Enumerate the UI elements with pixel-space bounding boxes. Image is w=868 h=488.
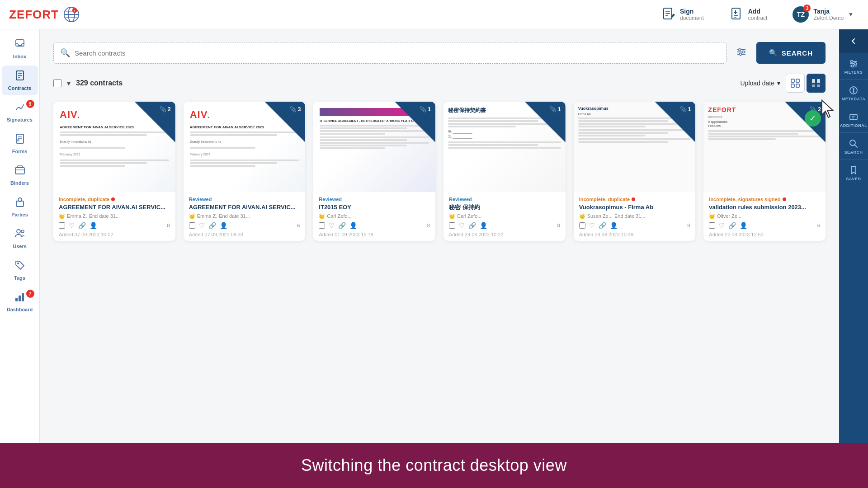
add-contract-button[interactable]: Add contract	[724, 4, 774, 25]
svg-rect-34	[22, 293, 24, 301]
sidebar-item-forms[interactable]: Forms	[2, 129, 38, 159]
binders-icon	[14, 165, 25, 178]
card-title: Vuokrasopimus - Firma Ab	[579, 204, 690, 211]
sort-button[interactable]: Upload date ▾	[740, 80, 780, 87]
svg-point-39	[742, 51, 744, 53]
card-status: Incomplete, duplicate	[59, 197, 170, 202]
sidebar-item-contracts[interactable]: Contracts	[2, 66, 38, 95]
sidebar-item-dashboard-label: Dashboard	[7, 307, 33, 312]
share-icon[interactable]: 👤	[220, 222, 227, 229]
attachment-count: 📎1	[550, 106, 561, 113]
share-icon[interactable]: 👤	[740, 222, 747, 229]
right-panel-filters[interactable]: FILTERS	[839, 53, 868, 80]
share-icon[interactable]: 👤	[480, 222, 487, 229]
share-icon[interactable]: 👤	[349, 222, 357, 229]
link-icon[interactable]: 🔗	[208, 222, 216, 229]
contract-card[interactable]: 📎1 Vuokrasopimus Firma Ab	[574, 102, 696, 241]
like-icon[interactable]: ♡	[199, 222, 205, 229]
parties-icon	[14, 197, 25, 210]
additional-label: ADDITIONAL	[840, 123, 868, 128]
card-meta: 👑 Carl Zefo...	[319, 213, 430, 219]
banner-text: Switching the contract desktop view	[301, 456, 567, 475]
right-panel: FILTERS METADATA ADDITIONAL SEARCH SAVED	[839, 29, 868, 488]
user-name: Tanja	[813, 8, 844, 15]
card-checkbox[interactable]	[449, 222, 455, 229]
contract-card[interactable]: 📎2 ZEFORT Advanced 5 applications Featur…	[703, 102, 826, 241]
sign-document-button[interactable]: Sign document	[656, 4, 710, 25]
right-panel-search[interactable]: SEARCH	[839, 133, 868, 160]
select-all-checkbox[interactable]	[53, 79, 61, 87]
card-checkbox[interactable]	[579, 222, 585, 229]
forms-icon	[14, 133, 25, 147]
contract-card[interactable]: 📎2 AIV. AGREEMENT FOR AIVAN.AI SERVICE 2…	[53, 102, 175, 241]
sidebar-item-dashboard[interactable]: 7 Dashboard	[2, 287, 38, 317]
sort-label: Upload date	[740, 80, 774, 87]
link-icon[interactable]: 🔗	[78, 222, 86, 229]
card-users: 8	[167, 223, 170, 228]
saved-label: SAVED	[846, 177, 861, 181]
right-panel-additional[interactable]: ADDITIONAL	[839, 106, 868, 133]
right-panel-metadata[interactable]: METADATA	[839, 80, 868, 106]
sidebar-item-tags-label: Tags	[14, 275, 25, 281]
card-view-button[interactable]	[807, 74, 826, 93]
svg-rect-24	[18, 140, 19, 141]
like-icon[interactable]: ♡	[329, 222, 335, 229]
card-date: Added 29.08.2023 10:22	[449, 232, 560, 237]
card-users: 6	[817, 223, 820, 228]
search-input-wrap[interactable]: 🔍	[53, 42, 726, 64]
end-date: End date 31...	[614, 213, 646, 219]
link-icon[interactable]: 🔗	[468, 222, 476, 229]
like-icon[interactable]: ♡	[719, 222, 725, 229]
search-button-icon: 🔍	[769, 49, 778, 57]
sidebar-item-users[interactable]: Users	[2, 224, 38, 253]
filter-options-button[interactable]	[734, 44, 749, 62]
right-panel-saved[interactable]: SAVED	[839, 160, 868, 186]
svg-rect-42	[796, 79, 799, 82]
svg-rect-47	[812, 84, 815, 87]
search-button[interactable]: 🔍 SEARCH	[756, 42, 826, 64]
contract-card[interactable]: 📎3 AIV. AGREEMENT FOR AIVAN.AI SERVICE 2…	[184, 102, 306, 241]
expand-button[interactable]: ▾	[67, 79, 71, 88]
card-actions: ♡ 🔗 👤 6	[709, 222, 820, 229]
link-icon[interactable]: 🔗	[338, 222, 346, 229]
like-icon[interactable]: ♡	[459, 222, 465, 229]
svg-rect-48	[817, 84, 820, 87]
card-preview: 📎1 秘密保持契約書 甲: ___________ 乙: ___________	[443, 102, 566, 192]
logo: ZEFORT !	[9, 6, 80, 23]
like-icon[interactable]: ♡	[69, 222, 75, 229]
sidebar-item-binders[interactable]: Binders	[2, 160, 38, 190]
contract-card[interactable]: 📎1 秘密保持契約書 甲: ___________ 乙: ___________	[443, 102, 566, 241]
sidebar-item-tags[interactable]: Tags	[2, 255, 38, 285]
link-icon[interactable]: 🔗	[599, 222, 606, 229]
like-icon[interactable]: ♡	[589, 222, 595, 229]
link-icon[interactable]: 🔗	[728, 222, 736, 229]
search-input[interactable]	[75, 49, 720, 57]
users-count: 8	[557, 223, 560, 228]
card-footer: Reviewed IT2015 EOY 👑 Carl Zefo... ♡ 🔗 👤…	[313, 192, 435, 241]
status-dot	[783, 197, 786, 201]
right-panel-toggle[interactable]	[839, 29, 868, 53]
card-checkbox[interactable]	[59, 222, 65, 229]
card-preview: 📎1 IT SERVICE AGREEMENT - BETRIEBSA ERFA…	[313, 102, 435, 192]
globe-icon: !	[63, 6, 80, 23]
user-menu[interactable]: TZ 3 Tanja Zefort Demo ▼	[787, 4, 859, 25]
sidebar-item-parties[interactable]: Parties	[2, 192, 38, 222]
card-checkbox[interactable]	[189, 222, 195, 229]
card-status: Reviewed	[449, 197, 560, 202]
user-company: Zefort Demo	[813, 15, 844, 21]
card-checkbox[interactable]	[709, 222, 715, 229]
share-icon[interactable]: 👤	[90, 222, 97, 229]
card-footer: Incomplete, duplicate Vuokrasopimus - Fi…	[574, 192, 696, 241]
sidebar-item-inbox[interactable]: Inbox	[2, 34, 38, 64]
sidebar-item-signatures[interactable]: 9 Signatures	[2, 97, 38, 127]
card-date: Added 22.08.2023 12:50	[709, 232, 820, 237]
share-icon[interactable]: 👤	[610, 222, 618, 229]
svg-point-31	[17, 263, 19, 264]
contract-card[interactable]: 📎1 IT SERVICE AGREEMENT - BETRIEBSA ERFA…	[313, 102, 435, 241]
svg-point-52	[851, 61, 853, 63]
grid-view-button[interactable]	[786, 74, 805, 93]
svg-rect-25	[15, 168, 24, 174]
logo-text: ZEFORT	[9, 8, 59, 22]
main-content: 🔍 🔍 SEARCH ▾ 329 contracts Upload date ▾	[40, 29, 839, 488]
card-checkbox[interactable]	[319, 222, 325, 229]
